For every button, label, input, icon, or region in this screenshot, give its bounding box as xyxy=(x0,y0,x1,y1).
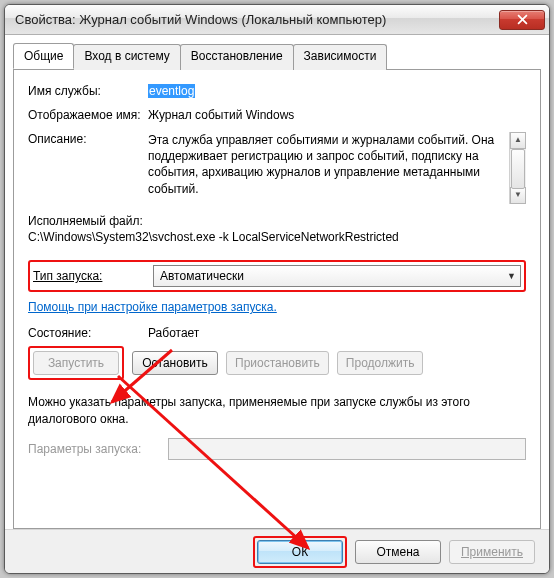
cancel-button[interactable]: Отмена xyxy=(355,540,441,564)
annotation-start-button-highlight: Запустить xyxy=(28,346,124,380)
annotation-startup-type-highlight: Тип запуска: Автоматически ▼ xyxy=(28,260,526,292)
value-display-name: Журнал событий Windows xyxy=(148,108,526,122)
value-status: Работает xyxy=(148,326,526,340)
scroll-down-icon[interactable]: ▼ xyxy=(510,187,526,204)
value-description: Эта служба управляет событиями и журнала… xyxy=(148,133,494,196)
close-icon xyxy=(517,14,528,25)
client-area: Общие Вход в систему Восстановление Зави… xyxy=(13,43,541,527)
tab-logon[interactable]: Вход в систему xyxy=(73,44,180,70)
resume-button: Продолжить xyxy=(337,351,424,375)
description-scrollbar[interactable]: ▲ ▼ xyxy=(509,132,526,204)
startup-type-combobox[interactable]: Автоматически ▼ xyxy=(153,265,521,287)
startup-help-link[interactable]: Помощь при настройке параметров запуска. xyxy=(28,300,277,314)
tab-recovery[interactable]: Восстановление xyxy=(180,44,294,70)
chevron-down-icon: ▼ xyxy=(507,271,516,281)
start-params-note: Можно указать параметры запуска, применя… xyxy=(28,394,526,428)
ok-button[interactable]: ОК xyxy=(257,540,343,564)
dialog-footer: ОК Отмена Применить xyxy=(5,529,549,573)
close-button[interactable] xyxy=(499,10,545,30)
annotation-ok-button-highlight: ОК xyxy=(253,536,347,568)
titlebar[interactable]: Свойства: Журнал событий Windows (Локаль… xyxy=(5,5,549,35)
startup-type-value: Автоматически xyxy=(160,269,507,283)
description-box: Эта служба управляет событиями и журнала… xyxy=(148,132,526,204)
label-status: Состояние: xyxy=(28,326,148,340)
window-title: Свойства: Журнал событий Windows (Локаль… xyxy=(15,12,499,27)
pause-button: Приостановить xyxy=(226,351,329,375)
tabpanel-general: Имя службы: eventlog Отображаемое имя: Ж… xyxy=(13,69,541,529)
tab-dependencies[interactable]: Зависимости xyxy=(293,44,388,70)
stop-button[interactable]: Остановить xyxy=(132,351,218,375)
scroll-up-icon[interactable]: ▲ xyxy=(510,132,526,149)
value-executable-path: C:\Windows\System32\svchost.exe -k Local… xyxy=(28,230,526,244)
scroll-track[interactable] xyxy=(510,149,526,187)
label-description: Описание: xyxy=(28,132,148,146)
label-service-name: Имя службы: xyxy=(28,84,148,98)
value-service-name: eventlog xyxy=(148,84,526,98)
label-startup-type: Тип запуска: xyxy=(33,269,153,283)
label-executable: Исполняемый файл: xyxy=(28,214,526,228)
tab-general[interactable]: Общие xyxy=(13,43,74,69)
start-button: Запустить xyxy=(33,351,119,375)
properties-dialog: Свойства: Журнал событий Windows (Локаль… xyxy=(4,4,550,574)
service-control-buttons: Запустить Остановить Приостановить Продо… xyxy=(28,346,526,380)
scroll-thumb[interactable] xyxy=(511,149,525,189)
label-start-params: Параметры запуска: xyxy=(28,442,168,456)
tabstrip: Общие Вход в систему Восстановление Зави… xyxy=(13,43,541,69)
apply-button: Применить xyxy=(449,540,535,564)
label-display-name: Отображаемое имя: xyxy=(28,108,148,122)
start-params-input xyxy=(168,438,526,460)
